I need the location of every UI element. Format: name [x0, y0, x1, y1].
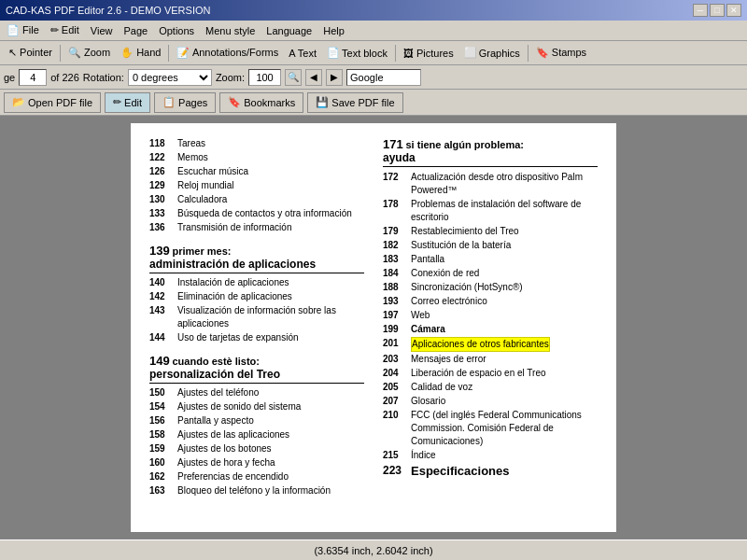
pdf-content: 118Tareas 122Memos 126Escuchar música 12…	[149, 137, 598, 518]
search-input[interactable]	[346, 69, 421, 86]
status-bar: (3.6354 inch, 2.6042 inch)	[0, 539, 747, 560]
list-item: 130Calculadora	[149, 193, 364, 206]
edit-button[interactable]: ✏ Edit	[105, 92, 150, 113]
rotation-label: Rotation:	[83, 72, 124, 83]
menu-help[interactable]: Help	[318, 24, 349, 37]
zoom-input[interactable]	[248, 69, 281, 86]
right-column: 171 si tiene algún problema: ayuda 172Ac…	[383, 137, 598, 518]
section-171: 171 si tiene algún problema: ayuda	[383, 137, 598, 167]
nav-bar: ge of 226 Rotation: 0 degrees 90 degrees…	[0, 65, 747, 90]
list-item: 118Tareas	[149, 137, 364, 150]
pdf-page: 118Tareas 122Memos 126Escuchar música 12…	[131, 123, 616, 532]
status-text: (3.6354 inch, 2.6042 inch)	[314, 545, 432, 556]
minimize-button[interactable]: ─	[693, 4, 708, 17]
rotation-select[interactable]: 0 degrees 90 degrees 180 degrees 270 deg…	[128, 69, 212, 86]
list-item: 205Calidad de voz	[383, 381, 598, 394]
list-item: 159Ajustes de los botones	[149, 442, 364, 455]
list-item: 199Cámara	[383, 323, 598, 336]
textblock-tool[interactable]: 📄 Text block	[322, 45, 392, 61]
list-item: 223 Especificaciones	[383, 463, 598, 480]
menu-view[interactable]: View	[86, 24, 118, 37]
app-title: CAD-KAS PDF Editor 2.6 - DEMO VERSION	[6, 5, 210, 16]
page-label: ge	[4, 72, 15, 83]
list-item: 207Glosario	[383, 395, 598, 408]
main-content: 118Tareas 122Memos 126Escuchar música 12…	[0, 116, 747, 539]
list-item: 154Ajustes de sonido del sistema	[149, 400, 364, 413]
list-item: 183Pantalla	[383, 253, 598, 266]
open-pdf-button[interactable]: 📂 Open PDF file	[4, 92, 101, 113]
list-item: 215Índice	[383, 449, 598, 462]
list-item: 126Escuchar música	[149, 165, 364, 178]
menu-file[interactable]: 📄 File	[2, 23, 44, 37]
list-item: 144Uso de tarjetas de expansión	[149, 331, 364, 344]
menu-edit[interactable]: ✏ Edit	[46, 23, 84, 37]
zoom-icon-btn[interactable]: 🔍	[285, 69, 302, 86]
list-item: 160Ajustes de hora y fecha	[149, 456, 364, 469]
toolbar-sep-2	[168, 45, 169, 62]
menu-bar: 📄 File ✏ Edit View Page Options Menu sty…	[0, 21, 747, 41]
list-item: 163Bloqueo del teléfono y la información	[149, 484, 364, 497]
list-item: 129Reloj mundial	[149, 179, 364, 192]
list-item: 158Ajustes de las aplicaciones	[149, 428, 364, 441]
menu-options[interactable]: Options	[154, 24, 199, 37]
list-item: 193Correo electrónico	[383, 295, 598, 308]
nav-fwd-btn[interactable]: ▶	[326, 69, 343, 86]
list-item: 162Preferencias de encendido	[149, 470, 364, 483]
menu-menu-style[interactable]: Menu style	[201, 24, 260, 37]
hand-tool[interactable]: ✋ Hand	[116, 45, 165, 61]
list-item: 203Mensajes de error	[383, 353, 598, 366]
list-item: 188Sincronización (HotSync®)	[383, 281, 598, 294]
list-item: 150Ajustes del teléfono	[149, 386, 364, 399]
left-column: 118Tareas 122Memos 126Escuchar música 12…	[149, 137, 364, 518]
list-item: 178Problemas de instalación del software…	[383, 198, 598, 224]
of-label: of 226	[50, 72, 79, 83]
graphics-tool[interactable]: ⬜ Graphics	[459, 45, 525, 61]
title-bar: CAD-KAS PDF Editor 2.6 - DEMO VERSION ─ …	[0, 0, 747, 21]
list-item: 140Instalación de aplicaciones	[149, 276, 364, 289]
pages-button[interactable]: 📋 Pages	[154, 92, 216, 113]
list-item: 197Web	[383, 309, 598, 322]
bookmarks-button[interactable]: 🔖 Bookmarks	[219, 92, 303, 113]
list-item: 136Transmisión de información	[149, 221, 364, 234]
list-item: 184Conexión de red	[383, 267, 598, 280]
menu-language[interactable]: Language	[261, 24, 317, 37]
close-button[interactable]: ✕	[726, 4, 741, 17]
zoom-tool[interactable]: 🔍 Zoom	[63, 45, 115, 61]
section-139: 139 primer mes: administración de aplica…	[149, 244, 364, 273]
pictures-tool[interactable]: 🖼 Pictures	[399, 46, 458, 61]
toolbar-sep-3	[395, 45, 396, 62]
menu-page[interactable]: Page	[119, 24, 152, 37]
annotations-tool[interactable]: 📝 Annotations/Forms	[172, 45, 283, 61]
list-item: 179Restablecimiento del Treo	[383, 225, 598, 238]
toolbar-sep-1	[60, 45, 61, 62]
list-item: 210FCC (del inglés Federal Communication…	[383, 409, 598, 448]
page-input[interactable]	[19, 69, 47, 86]
list-item: 143Visualización de información sobre la…	[149, 304, 364, 330]
toolbar-sep-4	[528, 45, 529, 62]
tool-bar: ↖ Pointer 🔍 Zoom ✋ Hand 📝 Annotations/Fo…	[0, 41, 747, 65]
section-149: 149 cuando estè listo: personalización d…	[149, 354, 364, 384]
stamps-tool[interactable]: 🔖 Stamps	[531, 45, 591, 61]
maximize-button[interactable]: □	[710, 4, 725, 17]
zoom-label: Zoom:	[216, 72, 245, 83]
list-item: 133Búsqueda de contactos y otra informac…	[149, 207, 364, 220]
save-pdf-button[interactable]: 💾 Save PDF file	[307, 92, 402, 113]
window-controls: ─ □ ✕	[693, 4, 741, 17]
list-item: 142Eliminación de aplicaciones	[149, 290, 364, 303]
list-item: 172Actualización desde otro dispositivo …	[383, 171, 598, 197]
list-item: 156Pantalla y aspecto	[149, 414, 364, 427]
pointer-tool[interactable]: ↖ Pointer	[4, 45, 57, 61]
list-item-highlighted: 201 Aplicaciones de otros fabricantes	[383, 337, 598, 352]
list-item: 122Memos	[149, 151, 364, 164]
list-item: 204Liberación de espacio en el Treo	[383, 367, 598, 380]
text-tool[interactable]: A Text	[284, 46, 321, 61]
list-item: 182Sustitución de la batería	[383, 239, 598, 252]
action-bar: 📂 Open PDF file ✏ Edit 📋 Pages 🔖 Bookmar…	[0, 90, 747, 116]
nav-back-btn[interactable]: ◀	[305, 69, 322, 86]
